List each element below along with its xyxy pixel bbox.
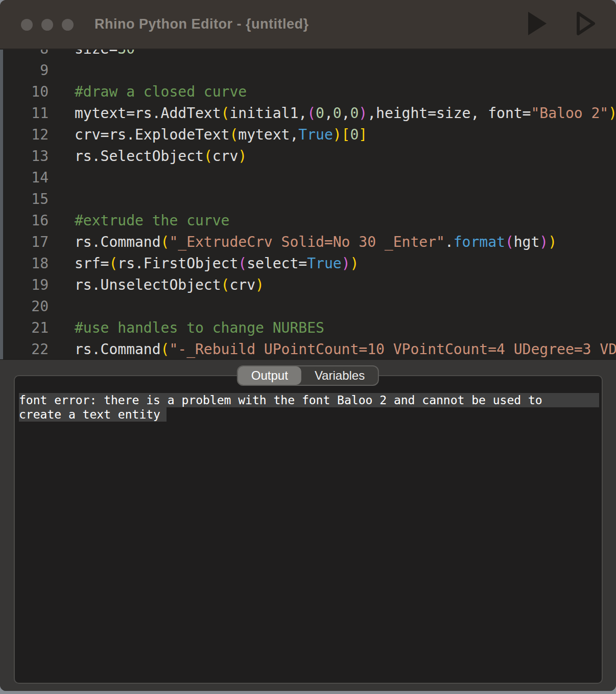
- code-line[interactable]: 14: [0, 167, 616, 189]
- output-console[interactable]: font error: there is a problem with the …: [14, 375, 603, 684]
- code-line[interactable]: 11mytext=rs.AddText(initial1,(0,0,0),hei…: [0, 103, 616, 124]
- run-script-icon[interactable]: [527, 10, 548, 37]
- code-text: mytext=rs.AddText(initial1,(0,0,0),heigh…: [75, 103, 616, 124]
- code-text: rs.SelectObject(crv): [75, 146, 247, 167]
- line-number: 10: [0, 81, 49, 103]
- code-text: rs.Command("_ExtrudeCrv Solid=No 30 _Ent…: [75, 232, 557, 253]
- code-lines: 8size=30910#draw a closed curve11mytext=…: [0, 50, 616, 359]
- zoom-button[interactable]: [62, 19, 74, 31]
- debug-run-icon[interactable]: [576, 11, 596, 36]
- line-number: 18: [0, 253, 49, 274]
- line-number: 15: [0, 189, 49, 210]
- code-line[interactable]: 19rs.UnselectObject(crv): [0, 274, 616, 296]
- code-line[interactable]: 15: [0, 189, 616, 210]
- line-number: 13: [0, 146, 49, 167]
- output-error-line-1: font error: there is a problem with the …: [19, 393, 599, 407]
- minimize-button[interactable]: [41, 19, 53, 31]
- code-text: #use handles to change NURBES: [75, 317, 324, 339]
- code-line[interactable]: 8size=30: [0, 50, 616, 60]
- code-text: crv=rs.ExplodeText(mytext,True)[0]: [75, 124, 367, 146]
- code-line[interactable]: 17rs.Command("_ExtrudeCrv Solid=No 30 _E…: [0, 232, 616, 253]
- line-number: 12: [0, 124, 49, 146]
- line-number: 9: [0, 60, 49, 81]
- code-line[interactable]: 10#draw a closed curve: [0, 81, 616, 103]
- code-line[interactable]: 22rs.Command("-_Rebuild UPointCount=10 V…: [0, 339, 616, 359]
- line-number: 19: [0, 274, 49, 296]
- bottom-panel: Output Variables font error: there is a …: [0, 359, 616, 691]
- code-editor[interactable]: 8size=30910#draw a closed curve11mytext=…: [0, 50, 616, 359]
- line-number: 17: [0, 232, 49, 253]
- rhino-python-editor-window: Rhino Python Editor - {untitled} 8size=3…: [0, 0, 616, 691]
- code-text: #extrude the curve: [75, 210, 229, 232]
- toolbar: [527, 10, 596, 37]
- line-number: 22: [0, 339, 49, 359]
- code-text: #draw a closed curve: [75, 81, 247, 103]
- line-number: 20: [0, 296, 49, 317]
- line-number: 14: [0, 167, 49, 189]
- output-error-line-2: create a text entity: [19, 407, 599, 422]
- code-line[interactable]: 20: [0, 296, 616, 317]
- code-line[interactable]: 16#extrude the curve: [0, 210, 616, 232]
- titlebar[interactable]: Rhino Python Editor - {untitled}: [0, 0, 616, 50]
- code-line[interactable]: 21#use handles to change NURBES: [0, 317, 616, 339]
- line-number: 11: [0, 103, 49, 124]
- code-line[interactable]: 18srf=(rs.FirstObject(select=True)): [0, 253, 616, 274]
- close-button[interactable]: [21, 19, 33, 31]
- code-text: size=30: [75, 50, 135, 60]
- traffic-lights: [21, 19, 74, 31]
- code-line[interactable]: 13rs.SelectObject(crv): [0, 146, 616, 167]
- line-number: 16: [0, 210, 49, 232]
- line-number: 8: [0, 50, 49, 60]
- line-number: 21: [0, 317, 49, 339]
- code-text: rs.Command("-_Rebuild UPointCount=10 VPo…: [75, 339, 616, 359]
- tab-output[interactable]: Output: [238, 366, 301, 385]
- code-line[interactable]: 12crv=rs.ExplodeText(mytext,True)[0]: [0, 124, 616, 146]
- code-text: rs.UnselectObject(crv): [75, 274, 264, 296]
- tab-variables[interactable]: Variables: [301, 366, 378, 385]
- panel-tab-switcher: Output Variables: [237, 365, 379, 386]
- window-title: Rhino Python Editor - {untitled}: [94, 16, 309, 32]
- code-line[interactable]: 9: [0, 60, 616, 81]
- code-text: srf=(rs.FirstObject(select=True)): [75, 253, 359, 274]
